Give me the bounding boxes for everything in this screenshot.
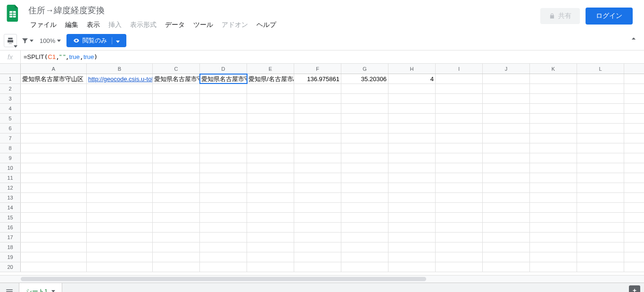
cell-K13[interactable] xyxy=(530,193,577,202)
cell-E18[interactable] xyxy=(247,242,294,252)
cell-L2[interactable] xyxy=(577,84,624,93)
menu-help[interactable]: ヘルプ xyxy=(253,19,280,31)
cell-F5[interactable] xyxy=(294,114,341,123)
cell-K5[interactable] xyxy=(530,114,577,123)
menu-file[interactable]: ファイル xyxy=(26,19,60,31)
cell-H1[interactable]: 4 xyxy=(388,74,436,83)
cell-C13[interactable] xyxy=(153,193,200,202)
cell-I1[interactable] xyxy=(436,74,483,83)
cell-K20[interactable] xyxy=(530,262,577,272)
cell-F12[interactable] xyxy=(294,183,341,192)
cell-I10[interactable] xyxy=(436,163,483,173)
cell-F8[interactable] xyxy=(294,143,341,153)
cell-D16[interactable] xyxy=(200,223,247,232)
cell-K9[interactable] xyxy=(530,153,577,163)
cell-J1[interactable] xyxy=(483,74,530,83)
cell-L16[interactable] xyxy=(577,223,624,232)
cell-G2[interactable] xyxy=(341,84,388,93)
cell-B12[interactable] xyxy=(87,183,153,192)
cell-C16[interactable] xyxy=(153,223,200,232)
cell-E15[interactable] xyxy=(247,213,294,222)
cell-H20[interactable] xyxy=(388,262,436,272)
cell-G9[interactable] xyxy=(341,153,388,163)
cell-L6[interactable] xyxy=(577,124,624,133)
row-header-8[interactable]: 8 xyxy=(0,143,21,153)
cell-F18[interactable] xyxy=(294,242,341,252)
cell-H4[interactable] xyxy=(388,104,436,113)
column-header-F[interactable]: F xyxy=(294,64,341,74)
cell-B14[interactable] xyxy=(87,203,153,212)
cell-H13[interactable] xyxy=(388,193,436,202)
cell-E9[interactable] xyxy=(247,153,294,163)
cell-I4[interactable] xyxy=(436,104,483,113)
cell-A4[interactable] xyxy=(21,104,87,113)
cell-C17[interactable] xyxy=(153,233,200,242)
column-header-D[interactable]: D xyxy=(200,64,247,74)
column-header-B[interactable]: B xyxy=(87,64,153,74)
row-header-16[interactable]: 16 xyxy=(0,223,21,232)
cell-J13[interactable] xyxy=(483,193,530,202)
cell-F6[interactable] xyxy=(294,124,341,133)
cell-E16[interactable] xyxy=(247,223,294,232)
cell-E14[interactable] xyxy=(247,203,294,212)
cell-F13[interactable] xyxy=(294,193,341,202)
cell-G5[interactable] xyxy=(341,114,388,123)
cell-J14[interactable] xyxy=(483,203,530,212)
cell-J3[interactable] xyxy=(483,94,530,103)
cell-F11[interactable] xyxy=(294,173,341,183)
cell-A15[interactable] xyxy=(21,213,87,222)
cell-J6[interactable] xyxy=(483,124,530,133)
cell-I8[interactable] xyxy=(436,143,483,153)
chevron-down-icon[interactable] xyxy=(112,37,120,44)
cell-K11[interactable] xyxy=(530,173,577,183)
cell-F3[interactable] xyxy=(294,94,341,103)
cell-D19[interactable] xyxy=(200,252,247,262)
cell-G1[interactable]: 35.20306 xyxy=(341,74,388,83)
cell-B20[interactable] xyxy=(87,262,153,272)
cell-J10[interactable] xyxy=(483,163,530,173)
cell-J4[interactable] xyxy=(483,104,530,113)
cell-H12[interactable] xyxy=(388,183,436,192)
cell-F16[interactable] xyxy=(294,223,341,232)
cell-D10[interactable] xyxy=(200,163,247,173)
cell-K16[interactable] xyxy=(530,223,577,232)
cell-I18[interactable] xyxy=(436,242,483,252)
cell-B8[interactable] xyxy=(87,143,153,153)
cell-G7[interactable] xyxy=(341,133,388,143)
cell-A6[interactable] xyxy=(21,124,87,133)
chevron-down-icon[interactable] xyxy=(51,290,55,292)
cell-H19[interactable] xyxy=(388,252,436,262)
cell-E6[interactable] xyxy=(247,124,294,133)
cell-C20[interactable] xyxy=(153,262,200,272)
cell-F15[interactable] xyxy=(294,213,341,222)
row-header-18[interactable]: 18 xyxy=(0,242,21,252)
cell-H15[interactable] xyxy=(388,213,436,222)
cell-D11[interactable] xyxy=(200,173,247,183)
cell-I16[interactable] xyxy=(436,223,483,232)
row-header-1[interactable]: 1 xyxy=(0,74,21,83)
cell-J7[interactable] xyxy=(483,133,530,143)
cell-F7[interactable] xyxy=(294,133,341,143)
cell-A13[interactable] xyxy=(21,193,87,202)
print-button[interactable] xyxy=(4,34,17,47)
cell-J8[interactable] xyxy=(483,143,530,153)
cell-E17[interactable] xyxy=(247,233,294,242)
cell-G16[interactable] xyxy=(341,223,388,232)
cell-D1[interactable]: 愛知県名古屋市守 xyxy=(200,74,247,83)
cell-B16[interactable] xyxy=(87,223,153,232)
cell-B2[interactable] xyxy=(87,84,153,93)
login-button[interactable]: ログイン xyxy=(586,8,633,25)
cell-F10[interactable] xyxy=(294,163,341,173)
cell-D14[interactable] xyxy=(200,203,247,212)
cell-C18[interactable] xyxy=(153,242,200,252)
filter-button[interactable] xyxy=(21,34,34,47)
cell-E19[interactable] xyxy=(247,252,294,262)
cell-E3[interactable] xyxy=(247,94,294,103)
cell-D5[interactable] xyxy=(200,114,247,123)
cell-L11[interactable] xyxy=(577,173,624,183)
cell-K8[interactable] xyxy=(530,143,577,153)
cell-I14[interactable] xyxy=(436,203,483,212)
cell-J11[interactable] xyxy=(483,173,530,183)
cell-L13[interactable] xyxy=(577,193,624,202)
cell-C12[interactable] xyxy=(153,183,200,192)
